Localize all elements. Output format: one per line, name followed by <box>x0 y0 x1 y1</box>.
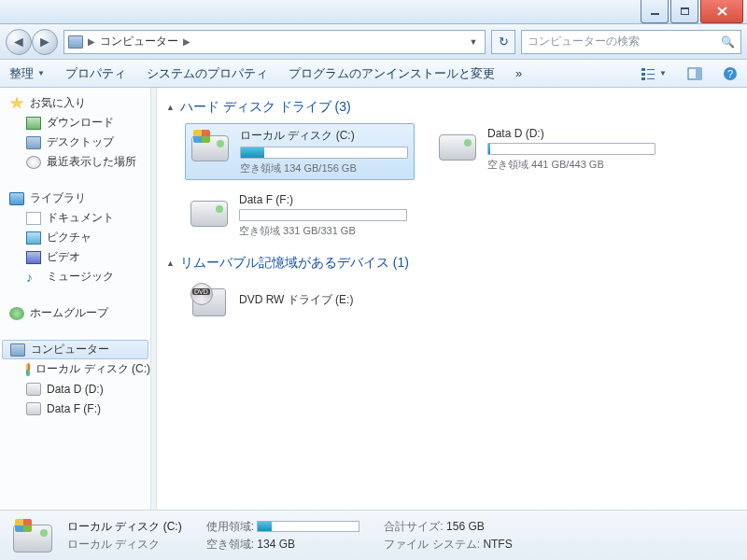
sidebar-item-downloads[interactable]: ダウンロード <box>0 113 150 133</box>
pictures-icon <box>26 231 41 245</box>
drive-icon <box>26 402 41 415</box>
command-bar: 整理▼ プロパティ システムのプロパティ プログラムのアンインストールと変更 »… <box>0 60 747 88</box>
sidebar-item-recent[interactable]: 最近表示した場所 <box>0 152 150 172</box>
desktop-icon <box>26 136 41 149</box>
star-icon <box>9 97 24 110</box>
drive-name: Data F (F:) <box>239 193 411 206</box>
drive-icon <box>26 383 41 396</box>
back-button[interactable]: ◄ <box>6 29 32 55</box>
music-icon: ♪ <box>26 271 41 284</box>
computer-icon <box>10 343 25 357</box>
computer-icon <box>68 35 83 49</box>
drive-free-text: 空き領域 134 GB/156 GB <box>240 161 410 175</box>
details-title: ローカル ディスク (C:) <box>67 519 182 535</box>
chevron-down-icon: ▼ <box>37 69 45 77</box>
sidebar-item-desktop[interactable]: デスクトップ <box>0 133 150 152</box>
organize-menu[interactable]: 整理▼ <box>9 65 45 82</box>
sidebar-item-pictures[interactable]: ピクチャ <box>0 228 150 247</box>
drive-name: ローカル ディスク (C:) <box>240 128 410 144</box>
drive-d-icon <box>437 127 478 162</box>
group-header-removable[interactable]: ▲リムーバブル記憶域があるデバイス (1) <box>166 255 738 272</box>
drive-usage-bar <box>239 209 407 221</box>
view-menu[interactable]: ▼ <box>641 66 667 81</box>
forward-icon: ► <box>37 34 52 50</box>
refresh-icon: ↻ <box>499 35 509 49</box>
download-icon <box>26 117 41 130</box>
close-icon <box>717 7 727 16</box>
dvd-drive-icon: DVD <box>189 283 230 318</box>
maximize-button[interactable] <box>670 0 698 23</box>
sidebar-libraries-header[interactable]: ライブラリ <box>0 189 150 208</box>
sidebar-item-drive-f[interactable]: Data F (F:) <box>0 399 150 418</box>
svg-rect-3 <box>647 69 655 70</box>
minimize-icon <box>651 13 659 15</box>
svg-rect-2 <box>641 77 645 80</box>
group-header-hdd[interactable]: ▲ハード ディスク ドライブ (3) <box>166 99 738 116</box>
properties-button[interactable]: プロパティ <box>65 65 126 82</box>
details-used-label: 使用領域: <box>206 520 254 533</box>
sidebar-item-drive-d[interactable]: Data D (D:) <box>0 379 150 399</box>
breadcrumb-item[interactable]: コンピューター <box>100 34 178 49</box>
search-placeholder: コンピューターの検索 <box>528 34 640 49</box>
details-fs-label: ファイル システム: <box>384 538 480 551</box>
windows-drive-icon <box>26 363 30 376</box>
videos-icon <box>26 251 41 264</box>
chevron-right-icon: ▶ <box>85 36 98 47</box>
help-icon: ? <box>723 66 738 81</box>
sidebar-item-drive-c[interactable]: ローカル ディスク (C:) <box>0 359 150 379</box>
maximize-icon <box>681 7 689 15</box>
drive-free-text: 空き領域 331 GB/331 GB <box>239 224 411 238</box>
drive-f-icon <box>189 193 230 229</box>
recent-icon <box>26 156 41 169</box>
navigation-bar: ◄ ► ▶ コンピューター ▶ ▼ ↻ コンピューターの検索 🔍 <box>0 24 747 60</box>
help-button[interactable]: ? <box>723 66 738 81</box>
sidebar-favorites-header[interactable]: お気に入り <box>0 93 150 113</box>
window-titlebar <box>0 0 747 24</box>
preview-pane-button[interactable] <box>687 66 702 81</box>
chevron-down-icon: ▼ <box>659 69 667 77</box>
drive-name: DVD RW ドライブ (E:) <box>239 292 411 308</box>
details-total-label: 合計サイズ: <box>384 520 443 533</box>
svg-text:?: ? <box>727 68 733 79</box>
sidebar-homegroup[interactable]: ホームグループ <box>0 303 150 323</box>
forward-button[interactable]: ► <box>32 29 58 55</box>
drive-usage-bar <box>240 147 408 159</box>
drive-d[interactable]: Data D (D:) 空き領域 441 GB/443 GB <box>433 123 663 180</box>
details-subtitle: ローカル ディスク <box>67 537 182 553</box>
view-icon <box>641 66 655 81</box>
sidebar-item-documents[interactable]: ドキュメント <box>0 208 150 228</box>
close-button[interactable] <box>700 0 743 23</box>
content-pane: ▲ハード ディスク ドライブ (3) ローカル ディスク (C:) 空き領域 1… <box>157 88 747 510</box>
drive-dvd[interactable]: DVD DVD RW ドライブ (E:) <box>185 279 415 322</box>
svg-rect-1 <box>641 73 645 76</box>
drive-c[interactable]: ローカル ディスク (C:) 空き領域 134 GB/156 GB <box>185 123 415 180</box>
sidebar-computer[interactable]: コンピューター <box>2 340 148 359</box>
drive-usage-bar <box>487 143 655 155</box>
details-used-bar <box>257 521 359 532</box>
libraries-icon <box>9 192 24 205</box>
drive-free-text: 空き領域 441 GB/443 GB <box>487 158 659 172</box>
collapse-icon: ▲ <box>166 103 175 112</box>
collapse-icon: ▲ <box>166 259 175 268</box>
search-icon: 🔍 <box>721 35 735 49</box>
drive-c-icon <box>190 128 231 163</box>
system-properties-button[interactable]: システムのプロパティ <box>147 65 268 82</box>
breadcrumb-dropdown-icon[interactable]: ▼ <box>466 37 481 47</box>
svg-rect-0 <box>641 68 645 71</box>
sidebar-item-music[interactable]: ♪ミュージック <box>0 267 150 287</box>
drive-f[interactable]: Data F (F:) 空き領域 331 GB/331 GB <box>185 189 415 242</box>
chevron-right-icon: ▶ <box>180 36 193 47</box>
search-input[interactable]: コンピューターの検索 🔍 <box>521 30 741 54</box>
minimize-button[interactable] <box>641 0 669 23</box>
document-icon <box>26 212 41 225</box>
refresh-button[interactable]: ↻ <box>491 30 515 54</box>
details-pane: ローカル ディスク (C:) ローカル ディスク 使用領域: 空き領域: 134… <box>0 510 747 560</box>
details-free-label: 空き領域: <box>206 538 254 551</box>
breadcrumb[interactable]: ▶ コンピューター ▶ ▼ <box>63 30 486 54</box>
svg-rect-4 <box>647 74 655 75</box>
toolbar-overflow[interactable]: » <box>515 66 522 80</box>
preview-pane-icon <box>687 66 702 81</box>
navigation-pane: お気に入り ダウンロード デスクトップ 最近表示した場所 ライブラリ ドキュメン… <box>0 88 151 510</box>
uninstall-programs-button[interactable]: プログラムのアンインストールと変更 <box>289 65 495 82</box>
sidebar-item-videos[interactable]: ビデオ <box>0 247 150 267</box>
